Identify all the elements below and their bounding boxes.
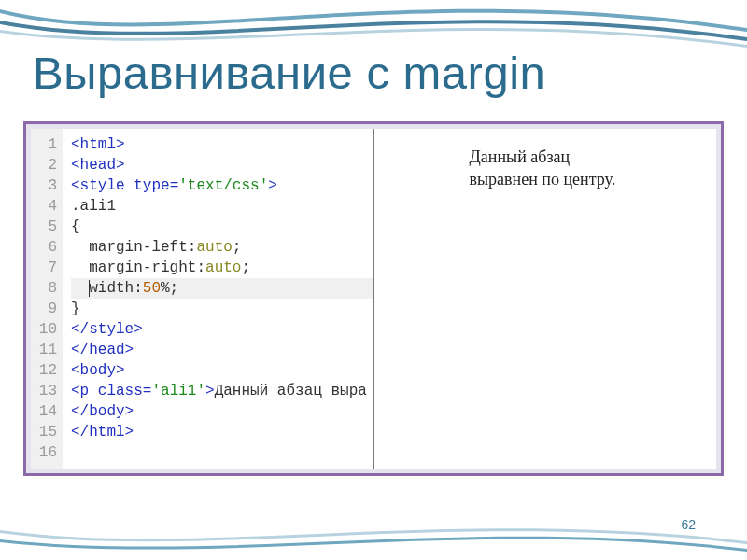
line-number: 1 xyxy=(35,134,57,155)
code-line xyxy=(71,442,374,463)
code-line: <html> xyxy=(71,134,374,155)
line-number: 5 xyxy=(35,217,57,237)
line-number: 11 xyxy=(35,340,57,360)
code-line: </style> xyxy=(71,319,374,340)
code-line: <body> xyxy=(71,360,374,381)
code-line: <p class='ali1'>Данный абзац выра xyxy=(71,381,374,401)
line-number: 16 xyxy=(35,442,57,463)
code-line: </html> xyxy=(71,422,374,442)
preview-line-2: выравнен по центру. xyxy=(470,170,616,189)
line-number: 9 xyxy=(35,299,57,319)
code-line: } xyxy=(71,299,374,319)
line-number: 14 xyxy=(35,401,57,422)
preview-paragraph: Данный абзац выравнен по центру. xyxy=(470,146,622,191)
render-preview: Данный абзац выравнен по центру. xyxy=(374,129,716,469)
code-line: margin-right:auto; xyxy=(71,258,374,278)
code-line: </body> xyxy=(71,401,374,422)
code-line: { xyxy=(71,217,374,237)
line-number: 4 xyxy=(35,196,57,217)
decorative-swoosh-bottom xyxy=(0,513,747,560)
content-panel: 12345678910111213141516 <html><head><sty… xyxy=(23,121,724,476)
code-area: <html><head><style type='text/css'>.ali1… xyxy=(63,129,374,469)
line-number-gutter: 12345678910111213141516 xyxy=(31,129,63,469)
code-line: <style type='text/css'> xyxy=(71,175,374,196)
slide-title: Выравнивание с margin xyxy=(33,47,545,99)
code-line: <head> xyxy=(71,155,374,175)
line-number: 8 xyxy=(35,278,57,299)
line-number: 6 xyxy=(35,237,57,258)
line-number: 13 xyxy=(35,381,57,401)
code-line: .ali1 xyxy=(71,196,374,217)
code-line: </head> xyxy=(71,340,374,360)
code-line: margin-left:auto; xyxy=(71,237,374,258)
page-number: 62 xyxy=(681,517,696,532)
panel-inner: 12345678910111213141516 <html><head><sty… xyxy=(26,124,721,473)
line-number: 15 xyxy=(35,422,57,442)
code-editor: 12345678910111213141516 <html><head><sty… xyxy=(31,129,374,469)
line-number: 7 xyxy=(35,258,57,278)
line-number: 12 xyxy=(35,360,57,381)
preview-line-1: Данный абзац xyxy=(470,147,571,166)
code-line: width:50%; xyxy=(71,278,374,299)
line-number: 10 xyxy=(35,319,57,340)
line-number: 3 xyxy=(35,175,57,196)
line-number: 2 xyxy=(35,155,57,175)
